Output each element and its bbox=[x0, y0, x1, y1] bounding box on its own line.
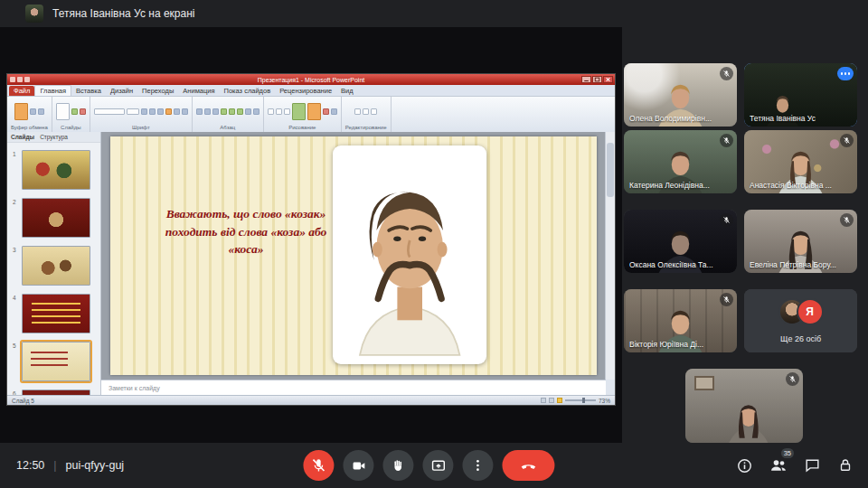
underline-button[interactable] bbox=[157, 108, 164, 115]
font-color-button[interactable] bbox=[165, 108, 172, 115]
more-participants-tile[interactable]: Я Ще 26 осіб bbox=[744, 289, 857, 352]
slide-thumbnail-1[interactable]: 1 bbox=[22, 150, 90, 190]
new-slide-button[interactable] bbox=[56, 103, 70, 120]
normal-view-icon[interactable] bbox=[541, 398, 546, 403]
text-direction-button[interactable] bbox=[253, 108, 259, 115]
ribbon-tab-insert[interactable]: Вставка bbox=[71, 86, 106, 96]
maximize-icon[interactable] bbox=[592, 76, 602, 83]
zoom-slider[interactable] bbox=[565, 399, 596, 401]
ribbon-tab-animation[interactable]: Анимация bbox=[178, 86, 219, 96]
indent-button[interactable] bbox=[212, 108, 219, 115]
ribbon-tab-design[interactable]: Дизайн bbox=[106, 86, 137, 96]
font-name-select[interactable] bbox=[94, 108, 125, 115]
slide-thumbnail-4[interactable]: 4 bbox=[22, 294, 90, 333]
host-controls-button[interactable] bbox=[837, 457, 854, 474]
participant-tile-anastasiia[interactable]: Анастасія Вікторівна ... bbox=[744, 130, 857, 193]
ribbon-group-drawing: Рисование bbox=[264, 97, 342, 132]
shape-fill-button[interactable] bbox=[323, 108, 329, 115]
powerpoint-title-bar: Презентация1 - Microsoft PowerPoint bbox=[7, 74, 615, 85]
mic-muted-icon bbox=[720, 293, 733, 306]
ribbon-tab-review[interactable]: Рецензирование bbox=[275, 86, 336, 96]
powerpoint-status-bar: Слайд 5 73% bbox=[7, 395, 615, 405]
shape-rect-button[interactable] bbox=[268, 108, 274, 115]
cut-button[interactable] bbox=[30, 108, 36, 115]
shape-ellipse-button[interactable] bbox=[276, 108, 282, 115]
mic-muted-icon bbox=[720, 134, 733, 147]
paste-button[interactable] bbox=[14, 103, 28, 120]
shape-arrow-button[interactable] bbox=[284, 108, 290, 115]
self-view-tile[interactable]: Ви bbox=[685, 369, 803, 443]
tile-more-options-icon[interactable] bbox=[837, 67, 854, 80]
participant-tile-viktoriia[interactable]: Вікторія Юріївна Ді... bbox=[624, 289, 737, 352]
raise-hand-button[interactable] bbox=[382, 450, 413, 481]
find-button[interactable] bbox=[354, 108, 361, 115]
quick-styles-button[interactable] bbox=[307, 103, 321, 120]
clear-format-button[interactable] bbox=[182, 108, 188, 115]
arrange-button[interactable] bbox=[292, 103, 306, 120]
slide-thumbnail-3[interactable]: 3 bbox=[22, 246, 90, 286]
ribbon-tab-file[interactable]: Файл bbox=[9, 86, 34, 96]
replace-button[interactable] bbox=[363, 108, 369, 115]
self-silhouette bbox=[718, 378, 779, 443]
slide-text[interactable]: Вважають, що слово «козак» походить від … bbox=[163, 205, 329, 258]
ribbon-tab-home[interactable]: Главная bbox=[34, 85, 71, 96]
numbering-button[interactable] bbox=[204, 108, 211, 115]
participant-tile-oksana[interactable]: Оксана Олексіївна Та... bbox=[624, 210, 737, 273]
ribbon-tab-transitions[interactable]: Переходы bbox=[137, 86, 178, 96]
chat-button[interactable] bbox=[804, 457, 821, 474]
columns-button[interactable] bbox=[245, 108, 251, 115]
shape-outline-button[interactable] bbox=[331, 108, 337, 115]
meeting-info-button[interactable] bbox=[736, 457, 753, 474]
presenter-avatar bbox=[25, 5, 43, 23]
slide-editing-area[interactable]: Вважають, що слово «козак» походить від … bbox=[101, 132, 606, 380]
presenting-banner-text: Тетяна Іванівна Ус на екрані bbox=[52, 7, 194, 20]
ribbon-tab-slideshow[interactable]: Показ слайдов bbox=[220, 86, 276, 96]
meeting-code: pui-qfyy-guj bbox=[66, 459, 125, 472]
copy-button[interactable] bbox=[38, 108, 44, 115]
participant-name: Оксана Олексіївна Та... bbox=[629, 260, 713, 269]
mic-toggle-button[interactable] bbox=[303, 450, 334, 481]
camera-toggle-button[interactable] bbox=[343, 450, 373, 481]
reset-button[interactable] bbox=[80, 108, 86, 115]
align-right-button[interactable] bbox=[237, 108, 243, 115]
select-button[interactable] bbox=[371, 108, 377, 115]
close-icon[interactable] bbox=[603, 76, 613, 83]
align-center-button[interactable] bbox=[229, 108, 235, 115]
bold-button[interactable] bbox=[141, 108, 147, 115]
current-slide[interactable]: Вважають, що слово «козак» походить від … bbox=[110, 136, 597, 375]
slideshow-view-icon[interactable] bbox=[557, 398, 562, 403]
present-screen-button[interactable] bbox=[422, 450, 453, 481]
align-left-button[interactable] bbox=[221, 108, 227, 115]
bullets-button[interactable] bbox=[196, 108, 203, 115]
panel-tab-outline[interactable]: Структура bbox=[40, 134, 68, 140]
ribbon: Буфер обмена Слайды bbox=[7, 97, 615, 133]
slide-thumbnail-5[interactable]: 5 bbox=[22, 342, 90, 381]
minimize-icon[interactable] bbox=[581, 76, 591, 83]
participant-tile-evelina[interactable]: Евеліна Петрівна Бору... bbox=[744, 210, 857, 273]
call-control-bar: 12:50 | pui-qfyy-guj bbox=[0, 443, 868, 488]
participant-tile-kateryna[interactable]: Катерина Леонідівна... bbox=[624, 130, 737, 193]
italic-button[interactable] bbox=[149, 108, 156, 115]
screen-share-region: Презентация1 - Microsoft PowerPoint Файл… bbox=[0, 27, 622, 443]
participant-tile-tetiana[interactable]: Тетяна Іванівна Ус bbox=[744, 63, 857, 127]
shadow-button[interactable] bbox=[174, 108, 180, 115]
panel-tab-slides[interactable]: Слайды bbox=[11, 134, 34, 140]
presenting-banner: Тетяна Іванівна Ус на екрані bbox=[0, 0, 868, 27]
participant-tile-olena[interactable]: Олена Володимирівн... bbox=[624, 63, 737, 127]
font-size-select[interactable] bbox=[127, 108, 139, 115]
participants-button[interactable]: 35 bbox=[769, 456, 788, 474]
layout-button[interactable] bbox=[71, 108, 78, 115]
slide-scrollbar[interactable] bbox=[605, 132, 615, 380]
more-options-button[interactable] bbox=[462, 450, 493, 481]
quick-access-toolbar[interactable] bbox=[10, 77, 30, 82]
ribbon-tab-view[interactable]: Вид bbox=[336, 86, 358, 96]
end-call-button[interactable] bbox=[502, 450, 554, 481]
cossack-portrait-card[interactable] bbox=[333, 145, 486, 364]
picture-frame bbox=[694, 376, 714, 390]
window-buttons bbox=[581, 76, 613, 83]
stacked-avatars: Я bbox=[778, 298, 824, 325]
participant-name: Вікторія Юріївна Ді... bbox=[629, 340, 703, 349]
sorter-view-icon[interactable] bbox=[549, 398, 554, 403]
notes-pane[interactable]: Заметки к слайду bbox=[101, 380, 606, 395]
slide-thumbnail-2[interactable]: 2 bbox=[22, 198, 90, 238]
